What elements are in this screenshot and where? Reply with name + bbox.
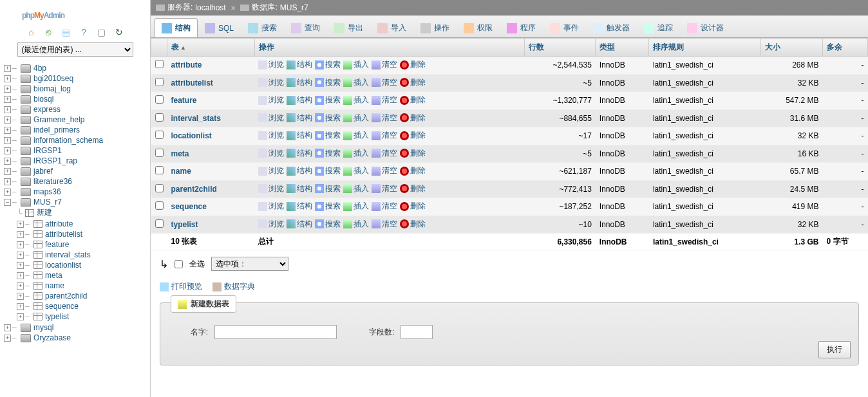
check-all-label[interactable]: 全选 (189, 259, 205, 270)
db-link-Gramene_help[interactable]: Gramene_help (33, 115, 84, 124)
search-action[interactable]: 搜索 (315, 59, 341, 70)
server-name[interactable]: localhost (195, 3, 225, 12)
table-link-name[interactable]: name (45, 281, 64, 290)
expand-icon[interactable]: + (17, 303, 24, 310)
browse-action[interactable]: 浏览 (258, 183, 284, 194)
db-link-biosql[interactable]: biosql (33, 95, 53, 104)
table-name-link[interactable]: name (171, 167, 191, 176)
expand-icon[interactable]: + (4, 116, 11, 124)
drop-action[interactable]: 删除 (400, 130, 426, 141)
expand-icon[interactable]: + (4, 137, 11, 144)
expand-icon[interactable]: + (4, 178, 11, 185)
expand-icon[interactable]: + (4, 75, 11, 82)
insert-action[interactable]: 插入 (343, 201, 369, 212)
empty-action[interactable]: 清空 (372, 148, 397, 159)
row-checkbox[interactable] (155, 95, 164, 104)
search-action[interactable]: 搜索 (315, 219, 341, 230)
browse-action[interactable]: 浏览 (258, 219, 284, 230)
expand-icon[interactable]: + (4, 65, 11, 72)
browse-action[interactable]: 浏览 (258, 113, 284, 124)
db-link-biomaj_log[interactable]: biomaj_log (33, 84, 71, 93)
table-name-link[interactable]: typelist (171, 220, 198, 229)
structure-action[interactable]: 结构 (287, 130, 312, 141)
expand-icon[interactable]: + (4, 86, 11, 93)
insert-action[interactable]: 插入 (343, 219, 369, 230)
col-collation[interactable]: 排序规则 (649, 39, 760, 57)
help-icon[interactable]: ? (79, 27, 89, 37)
expand-icon[interactable]: + (4, 127, 11, 134)
search-action[interactable]: 搜索 (315, 77, 341, 88)
expand-icon[interactable]: + (4, 147, 11, 154)
table-name-input[interactable] (214, 325, 337, 339)
structure-action[interactable]: 结构 (287, 201, 312, 212)
row-checkbox[interactable] (155, 149, 164, 157)
expand-icon[interactable]: + (4, 189, 11, 196)
row-checkbox[interactable] (155, 219, 164, 228)
table-name-link[interactable]: interval_stats (171, 114, 221, 123)
empty-action[interactable]: 清空 (372, 95, 397, 106)
empty-action[interactable]: 清空 (372, 201, 397, 212)
db-link-MUS_r7[interactable]: MUS_r7 (33, 198, 62, 207)
expand-icon[interactable]: + (17, 293, 24, 300)
insert-action[interactable]: 插入 (343, 95, 369, 106)
search-action[interactable]: 搜索 (315, 148, 341, 159)
expand-icon[interactable]: + (4, 158, 11, 165)
collapse-icon[interactable]: – (4, 199, 11, 206)
table-name-link[interactable]: attribute (171, 60, 202, 69)
expand-icon[interactable]: + (17, 241, 24, 248)
insert-action[interactable]: 插入 (343, 113, 369, 124)
tab-routines[interactable]: 程序 (500, 18, 543, 37)
db-link-jabref[interactable]: jabref (33, 167, 53, 176)
insert-action[interactable]: 插入 (343, 59, 369, 70)
expand-icon[interactable]: + (17, 282, 24, 290)
tab-designer[interactable]: 设计器 (680, 18, 731, 37)
expand-icon[interactable]: + (4, 324, 11, 331)
with-selected-select[interactable]: 选中项： (211, 257, 288, 271)
columns-count-input[interactable] (401, 325, 433, 339)
empty-action[interactable]: 清空 (372, 113, 397, 124)
empty-action[interactable]: 清空 (372, 183, 397, 194)
search-action[interactable]: 搜索 (315, 130, 341, 141)
expand-icon[interactable]: + (17, 272, 24, 279)
table-name-link[interactable]: sequence (171, 202, 207, 211)
table-link-locationlist[interactable]: locationlist (45, 261, 81, 270)
db-link-IRGSP1_rap[interactable]: IRGSP1_rap (33, 156, 77, 165)
new-table-link[interactable]: 新建 (37, 207, 52, 218)
row-checkbox[interactable] (155, 78, 164, 86)
reload-icon[interactable]: ↻ (114, 27, 124, 37)
tab-events[interactable]: 事件 (543, 18, 586, 37)
empty-action[interactable]: 清空 (372, 77, 397, 88)
drop-action[interactable]: 删除 (400, 219, 426, 230)
drop-action[interactable]: 删除 (400, 165, 426, 176)
expand-icon[interactable]: + (17, 221, 24, 228)
expand-icon[interactable]: + (17, 313, 24, 320)
search-action[interactable]: 搜索 (315, 183, 341, 194)
insert-action[interactable]: 插入 (343, 148, 369, 159)
home-icon[interactable]: ⌂ (26, 27, 36, 37)
db-link-4bp[interactable]: 4bp (33, 64, 46, 73)
browse-action[interactable]: 浏览 (258, 59, 284, 70)
row-checkbox[interactable] (155, 201, 164, 210)
table-name-link[interactable]: meta (171, 149, 189, 158)
structure-action[interactable]: 结构 (287, 183, 312, 194)
drop-action[interactable]: 删除 (400, 77, 426, 88)
search-action[interactable]: 搜索 (315, 201, 341, 212)
table-link-interval_stats[interactable]: interval_stats (45, 250, 91, 259)
table-name-link[interactable]: locationlist (171, 131, 212, 140)
structure-action[interactable]: 结构 (287, 113, 312, 124)
empty-action[interactable]: 清空 (372, 59, 397, 70)
drop-action[interactable]: 删除 (400, 183, 426, 194)
docs-icon[interactable]: ▢ (97, 27, 107, 37)
db-link-Oryzabase[interactable]: Oryzabase (33, 333, 71, 342)
browse-action[interactable]: 浏览 (258, 77, 284, 88)
expand-icon[interactable]: + (4, 168, 11, 175)
browse-action[interactable]: 浏览 (258, 130, 284, 141)
drop-action[interactable]: 删除 (400, 95, 426, 106)
query-window-icon[interactable]: ▤ (61, 27, 71, 37)
db-link-express[interactable]: express (33, 105, 61, 114)
expand-icon[interactable]: + (4, 96, 11, 103)
browse-action[interactable]: 浏览 (258, 148, 284, 159)
structure-action[interactable]: 结构 (287, 148, 312, 159)
empty-action[interactable]: 清空 (372, 165, 397, 176)
col-type[interactable]: 类型 (596, 39, 649, 57)
